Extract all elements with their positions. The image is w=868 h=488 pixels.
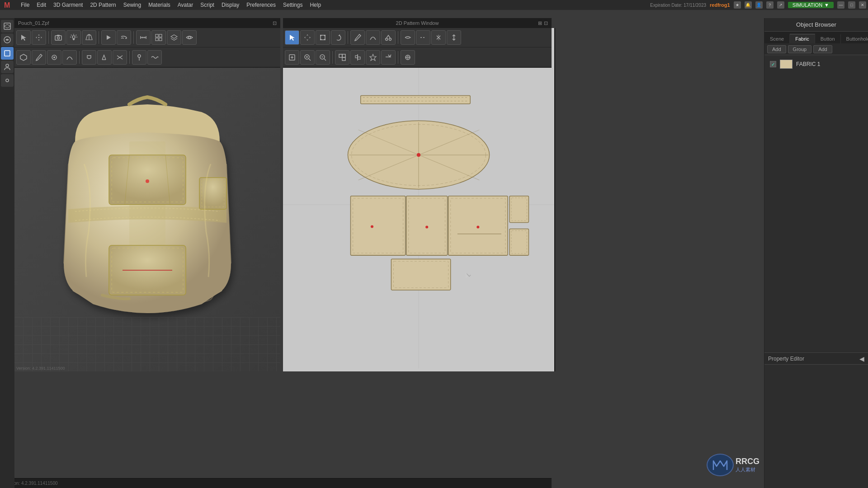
menu-2d-pattern[interactable]: 2D Pattern bbox=[86, 1, 119, 9]
tb2d-align[interactable] bbox=[350, 50, 365, 65]
fabric-list: ✓ FABRIC 1 bbox=[764, 55, 868, 352]
svg-point-4 bbox=[6, 64, 9, 67]
menu-script[interactable]: Script bbox=[197, 1, 218, 9]
collapse-property-editor[interactable]: ◀ bbox=[859, 355, 864, 362]
tb-select[interactable] bbox=[16, 30, 31, 45]
close-icon[interactable]: ✕ bbox=[859, 1, 866, 9]
tb-light[interactable] bbox=[66, 30, 81, 45]
tb-measure[interactable] bbox=[136, 30, 151, 45]
svg-rect-79 bbox=[339, 54, 342, 57]
menu-materials[interactable]: Materials bbox=[145, 1, 174, 9]
tb2d-mirror[interactable] bbox=[431, 30, 446, 45]
sidebar-fabric[interactable] bbox=[1, 33, 14, 46]
tb2d-zoom-out[interactable] bbox=[316, 50, 330, 65]
detach-icon[interactable]: ⊡ bbox=[273, 20, 277, 26]
2d-icon2[interactable]: ⊡ bbox=[544, 20, 548, 26]
tb2d-arrange[interactable] bbox=[335, 50, 349, 65]
svg-point-58 bbox=[189, 37, 191, 39]
svg-point-48 bbox=[72, 36, 75, 38]
tb-polygon[interactable] bbox=[16, 50, 31, 65]
tb-smooth[interactable] bbox=[62, 50, 77, 65]
tb-fold[interactable] bbox=[113, 50, 127, 65]
simulation-button[interactable]: SIMULATION ▼ bbox=[788, 2, 834, 8]
tb2d-transform[interactable] bbox=[316, 30, 330, 45]
bell-icon[interactable]: 🔔 bbox=[745, 1, 752, 9]
tb-wind[interactable] bbox=[117, 30, 131, 45]
menu-help[interactable]: Help bbox=[306, 1, 325, 9]
tb2d-curve[interactable] bbox=[366, 30, 380, 45]
share-icon[interactable]: ↗ bbox=[777, 1, 784, 9]
tb-simulate[interactable] bbox=[101, 30, 116, 45]
tb-layer[interactable] bbox=[167, 30, 181, 45]
tb-pin[interactable] bbox=[132, 50, 146, 65]
menu-file[interactable]: File bbox=[17, 1, 33, 9]
menu-edit[interactable]: Edit bbox=[33, 1, 50, 9]
tb-pleat[interactable] bbox=[97, 50, 112, 65]
tb-move[interactable] bbox=[32, 30, 46, 45]
group-button[interactable]: Group bbox=[788, 45, 812, 53]
tb-camera[interactable] bbox=[51, 30, 66, 45]
maximize-icon[interactable]: □ bbox=[848, 1, 855, 9]
tb2d-notch[interactable] bbox=[381, 50, 396, 65]
watermark-text: RRCG 人人素材 bbox=[736, 457, 760, 473]
sidebar-3d-view[interactable] bbox=[1, 20, 14, 33]
tb2d-sew[interactable] bbox=[401, 30, 415, 45]
tb2d-rotate[interactable] bbox=[331, 30, 345, 45]
tb2d-move[interactable] bbox=[300, 30, 315, 45]
menu-preferences[interactable]: Preferences bbox=[243, 1, 279, 9]
menu-settings[interactable]: Settings bbox=[279, 1, 306, 9]
viewport-2d[interactable] bbox=[283, 28, 554, 371]
user-icon[interactable]: 👤 bbox=[755, 1, 763, 9]
menu-avatar[interactable]: Avatar bbox=[174, 1, 197, 9]
property-editor: Property Editor ◀ bbox=[764, 352, 868, 488]
status-bar: Version: 4.2.391.11411500 bbox=[0, 478, 552, 488]
expiration-info: Expiration Date: 17/11/2023 bbox=[650, 3, 706, 8]
tab-button[interactable]: Button bbox=[815, 34, 841, 43]
sidebar-active-tool[interactable] bbox=[1, 47, 14, 60]
svg-point-31 bbox=[371, 225, 373, 228]
tb2d-mark[interactable] bbox=[366, 50, 380, 65]
viewport-3d[interactable]: Version: 4.2.391.11411500 bbox=[14, 28, 280, 371]
help-icon[interactable]: ? bbox=[766, 1, 774, 9]
tb-visibility[interactable] bbox=[182, 30, 197, 45]
tb2d-zoom-in[interactable] bbox=[300, 50, 315, 65]
svg-rect-68 bbox=[320, 39, 321, 40]
svg-rect-55 bbox=[159, 34, 162, 37]
minimize-icon[interactable]: — bbox=[837, 1, 844, 9]
tb2d-select[interactable] bbox=[285, 30, 299, 45]
menu-display[interactable]: Display bbox=[218, 1, 243, 9]
add-button[interactable]: Add bbox=[767, 45, 786, 53]
tab-buttonhole[interactable]: Buttonhole bbox=[841, 34, 868, 43]
tb2d-stitch[interactable] bbox=[416, 30, 430, 45]
tb-grid[interactable] bbox=[151, 30, 166, 45]
svg-point-27 bbox=[417, 153, 420, 157]
tb2d-pen[interactable] bbox=[350, 30, 365, 45]
toolbar-3d bbox=[14, 28, 280, 68]
sidebar-avatar[interactable] bbox=[1, 61, 14, 73]
tb2d-texture[interactable] bbox=[401, 50, 415, 65]
tb-pen[interactable] bbox=[32, 50, 46, 65]
tab-scene[interactable]: Scene bbox=[764, 34, 790, 43]
left-sidebar bbox=[0, 18, 14, 488]
tb-tuck[interactable] bbox=[82, 50, 96, 65]
watermark-logo bbox=[707, 454, 734, 476]
fabric-item-1[interactable]: ✓ FABRIC 1 bbox=[767, 58, 865, 70]
tb2d-sep1 bbox=[348, 31, 348, 44]
tab-fabric[interactable]: Fabric bbox=[790, 34, 815, 43]
tb-perspective[interactable] bbox=[82, 30, 96, 45]
tb2d-zoom-fit[interactable] bbox=[285, 50, 299, 65]
menu-sewing[interactable]: Sewing bbox=[120, 1, 145, 9]
star-icon[interactable]: ★ bbox=[734, 1, 741, 9]
sidebar-settings[interactable] bbox=[1, 74, 14, 87]
tb-gather[interactable] bbox=[147, 50, 162, 65]
tb-sculpt[interactable] bbox=[47, 50, 61, 65]
svg-point-70 bbox=[386, 38, 388, 41]
tb2d-cut[interactable] bbox=[381, 30, 396, 45]
watermark: RRCG 人人素材 bbox=[707, 454, 760, 476]
2d-icon1[interactable]: ⊞ bbox=[538, 20, 542, 26]
tb2d-grainline[interactable] bbox=[447, 30, 461, 45]
add2-button[interactable]: Add bbox=[813, 45, 832, 53]
fabric-checkbox-1[interactable]: ✓ bbox=[770, 61, 776, 67]
file-title: Pouch_01.Zpf bbox=[18, 20, 49, 26]
menu-3d-garment[interactable]: 3D Garment bbox=[50, 1, 86, 9]
